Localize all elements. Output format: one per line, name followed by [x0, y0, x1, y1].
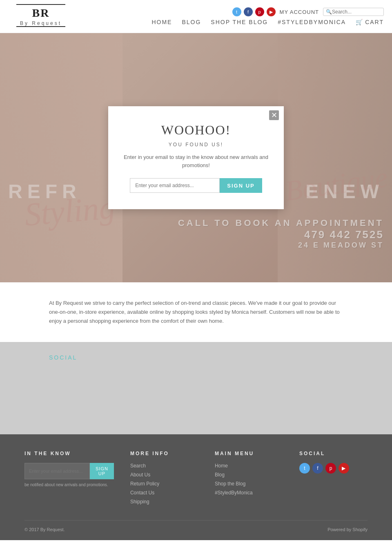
- footer-menu-home[interactable]: Home: [215, 463, 283, 469]
- nav-blog[interactable]: BLOG: [182, 19, 201, 25]
- footer-copyright: © 2017 By Request.: [24, 527, 65, 532]
- footer-col-more-info-title: MORE INFO: [130, 451, 198, 456]
- footer-menu-styledbymonica[interactable]: #StyledByMonica: [215, 490, 283, 496]
- footer: IN THE KNOW SIGN UP be notified about ne…: [0, 434, 392, 540]
- search-icon: 🔍: [326, 9, 332, 15]
- footer-social-icons: t f p ▶: [299, 463, 368, 474]
- header: BR By Request t f p ▶ MY ACCOUNT 🔍 HOME …: [0, 0, 392, 33]
- top-bar: t f p ▶ MY ACCOUNT 🔍: [232, 7, 384, 16]
- nav-styledbymonica[interactable]: #STYLEDBYMONICA: [278, 19, 346, 25]
- footer-pinterest-icon[interactable]: p: [325, 463, 336, 474]
- footer-col-social-title: SOCIAL: [299, 451, 368, 456]
- footer-promo-text: be notified about new arrivals and promo…: [24, 483, 114, 487]
- logo-line-bottom: [16, 26, 65, 27]
- search-box: 🔍: [323, 8, 384, 16]
- footer-link-contact[interactable]: Contact Us: [130, 490, 198, 496]
- footer-link-search[interactable]: Search: [130, 463, 198, 469]
- cart-label: CART: [365, 19, 384, 25]
- footer-facebook-icon[interactable]: f: [312, 463, 323, 474]
- footer-col-social: SOCIAL t f p ▶: [299, 451, 368, 508]
- pinterest-icon-header[interactable]: p: [255, 7, 264, 16]
- my-account-link[interactable]: MY ACCOUNT: [280, 9, 319, 15]
- about-text: At By Request we strive to carry the per…: [49, 299, 343, 326]
- nav-menu: HOME BLOG SHOP THE BLOG #STYLEDBYMONICA …: [151, 19, 384, 25]
- footer-col-more-info: MORE INFO Search About Us Return Policy …: [130, 451, 198, 508]
- modal-description: Enter in your email to stay in the know …: [120, 153, 272, 169]
- footer-powered-by: Powered by Shopify: [327, 527, 368, 532]
- footer-email-row: SIGN UP: [24, 463, 114, 479]
- footer-twitter-icon[interactable]: t: [299, 463, 310, 474]
- hero-section: REFR ENEW Styling Boutique CALL TO BOOK …: [0, 33, 392, 282]
- footer-col-in-the-know-title: IN THE KNOW: [24, 451, 114, 456]
- modal-email-input[interactable]: [130, 178, 220, 193]
- footer-menu-shop-the-blog[interactable]: Shop the Blog: [215, 481, 283, 487]
- modal-title: WOOHOO!: [120, 123, 272, 138]
- twitter-icon-header[interactable]: t: [232, 7, 241, 16]
- facebook-icon-header[interactable]: f: [244, 7, 253, 16]
- footer-email-input[interactable]: [24, 463, 90, 479]
- logo-area: BR By Request: [8, 4, 74, 29]
- cart-area[interactable]: 🛒 CART: [356, 19, 384, 25]
- modal: ✕ WOOHOO! YOU FOUND US! Enter in your em…: [108, 106, 284, 209]
- modal-close-button[interactable]: ✕: [269, 110, 279, 120]
- social-section-label: SOCIAL: [49, 354, 343, 361]
- logo-line-top: [16, 4, 65, 5]
- about-section: At By Request we strive to carry the per…: [0, 282, 392, 342]
- footer-youtube-icon[interactable]: ▶: [339, 463, 349, 474]
- footer-col-main-menu-title: MAIN MENU: [215, 451, 283, 456]
- search-input[interactable]: [332, 9, 381, 15]
- modal-subtitle: YOU FOUND US!: [120, 142, 272, 147]
- youtube-icon-header[interactable]: ▶: [267, 7, 276, 16]
- logo-subtitle: By Request: [20, 20, 62, 26]
- social-icons-header: t f p ▶: [232, 7, 276, 16]
- footer-col-main-menu: MAIN MENU Home Blog Shop the Blog #Style…: [215, 451, 283, 508]
- logo-text: BR: [32, 7, 50, 20]
- nav-shop-the-blog[interactable]: SHOP THE BLOG: [211, 19, 268, 25]
- footer-signup-button[interactable]: SIGN UP: [90, 463, 114, 479]
- footer-bottom: © 2017 By Request. Powered by Shopify: [24, 520, 368, 532]
- social-section: SOCIAL: [0, 342, 392, 434]
- footer-link-shipping[interactable]: Shipping: [130, 499, 198, 505]
- footer-top: IN THE KNOW SIGN UP be notified about ne…: [24, 451, 368, 508]
- footer-col-in-the-know: IN THE KNOW SIGN UP be notified about ne…: [24, 451, 114, 508]
- footer-link-about[interactable]: About Us: [130, 472, 198, 478]
- footer-link-return[interactable]: Return Policy: [130, 481, 198, 487]
- modal-form: SIGN UP: [120, 178, 272, 193]
- modal-signup-button[interactable]: SIGN UP: [220, 178, 262, 193]
- footer-menu-blog[interactable]: Blog: [215, 472, 283, 478]
- modal-overlay: ✕ WOOHOO! YOU FOUND US! Enter in your em…: [0, 33, 392, 282]
- header-right: t f p ▶ MY ACCOUNT 🔍 HOME BLOG SHOP THE …: [151, 7, 384, 25]
- cart-icon: 🛒: [356, 19, 363, 25]
- nav-home[interactable]: HOME: [151, 19, 172, 25]
